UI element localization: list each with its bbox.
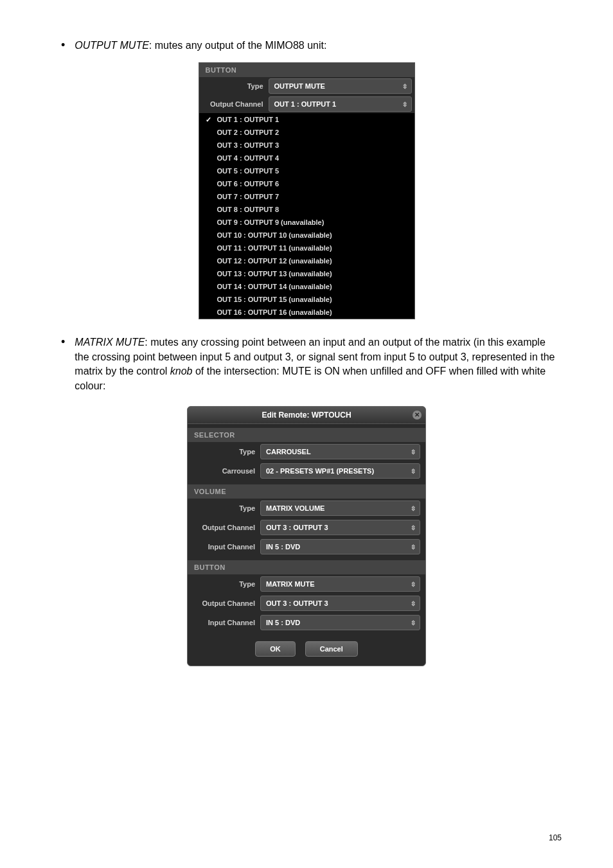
chevron-updown-icon: ⇳ <box>411 448 416 455</box>
dialog-button-row: OK Cancel <box>188 632 425 666</box>
dropdown-item[interactable]: OUT 11 : OUTPUT 11 (unavailable) <box>199 242 414 254</box>
select-value: OUT 3 : OUTPUT 3 <box>266 524 328 531</box>
select-value: MATRIX MUTE <box>266 580 315 588</box>
dropdown-item[interactable]: OUT 8 : OUTPUT 8 <box>199 203 414 216</box>
panel-button-output-mute: BUTTON Type OUTPUT MUTE ⇳ Output Channel… <box>199 62 415 319</box>
row-output-channel: Output Channel OUT 1 : OUTPUT 1 ⇳ <box>199 95 414 113</box>
row-button-outch: Output Channel OUT 3 : OUTPUT 3 ⇳ <box>188 594 425 613</box>
label-type: Type <box>188 448 260 456</box>
chevron-updown-icon: ⇳ <box>402 101 407 108</box>
row-volume-type: Type MATRIX VOLUME ⇳ <box>188 499 425 518</box>
close-icon[interactable]: ✕ <box>413 411 422 420</box>
cancel-button[interactable]: Cancel <box>305 641 358 657</box>
chevron-updown-icon: ⇳ <box>411 543 416 550</box>
chevron-updown-icon: ⇳ <box>411 504 416 511</box>
label-type: Type <box>199 82 269 90</box>
dropdown-item[interactable]: OUT 16 : OUTPUT 16 (unavailable) <box>199 306 414 319</box>
term-output-mute: OUTPUT MUTE <box>75 40 149 51</box>
desc-output-mute: : mutes any output of the MIMO88 unit: <box>149 40 327 51</box>
section-header-button: BUTTON <box>199 63 414 77</box>
chevron-updown-icon: ⇳ <box>411 524 416 531</box>
term-matrix-mute: MATRIX MUTE <box>75 337 145 348</box>
row-volume-outch: Output Channel OUT 3 : OUTPUT 3 ⇳ <box>188 518 425 537</box>
row-carrousel: Carrousel 02 - PRESETS WP#1 (PRESETS) ⇳ <box>188 461 425 481</box>
select-volume-type[interactable]: MATRIX VOLUME ⇳ <box>260 500 420 516</box>
label-output-channel: Output Channel <box>188 599 260 607</box>
chevron-updown-icon: ⇳ <box>411 619 416 626</box>
section-header-selector: SELECTOR <box>188 428 425 442</box>
bullet-dot: • <box>61 335 65 349</box>
bullet-output-mute: • OUTPUT MUTE: mutes any output of the M… <box>51 39 562 53</box>
select-value: MATRIX VOLUME <box>266 504 324 512</box>
bullet-matrix-mute: • MATRIX MUTE: mutes any crossing point … <box>51 335 562 393</box>
section-header-volume: VOLUME <box>188 484 425 499</box>
bullet-dot: • <box>61 39 65 52</box>
label-output-channel: Output Channel <box>199 100 269 108</box>
dropdown-item[interactable]: OUT 6 : OUTPUT 6 <box>199 177 414 190</box>
ok-button[interactable]: OK <box>255 641 296 657</box>
term-knob: knob <box>170 366 193 376</box>
bullet-text: OUTPUT MUTE: mutes any output of the MIM… <box>75 39 562 53</box>
dialog-title-text: Edit Remote: WPTOUCH <box>262 411 351 420</box>
select-button-type[interactable]: MATRIX MUTE ⇳ <box>260 576 420 592</box>
dropdown-item[interactable]: OUT 1 : OUTPUT 1 <box>199 113 414 126</box>
chevron-updown-icon: ⇳ <box>411 467 416 474</box>
select-value: IN 5 : DVD <box>266 543 300 551</box>
label-type: Type <box>188 504 260 512</box>
dropdown-output-channel: OUT 1 : OUTPUT 1 OUT 2 : OUTPUT 2 OUT 3 … <box>199 113 414 319</box>
dropdown-item[interactable]: OUT 4 : OUTPUT 4 <box>199 152 414 164</box>
dropdown-item[interactable]: OUT 15 : OUTPUT 15 (unavailable) <box>199 293 414 306</box>
label-carrousel: Carrousel <box>188 467 260 475</box>
dialog-edit-remote: Edit Remote: WPTOUCH ✕ SELECTOR Type CAR… <box>187 406 426 666</box>
label-output-channel: Output Channel <box>188 524 260 531</box>
select-output-channel-value: OUT 1 : OUTPUT 1 <box>274 100 337 108</box>
chevron-updown-icon: ⇳ <box>402 83 407 90</box>
row-button-inch: Input Channel IN 5 : DVD ⇳ <box>188 613 425 632</box>
select-button-output-channel[interactable]: OUT 3 : OUTPUT 3 ⇳ <box>260 596 420 611</box>
select-type-value: OUTPUT MUTE <box>274 82 325 90</box>
dropdown-item[interactable]: OUT 14 : OUTPUT 14 (unavailable) <box>199 280 414 293</box>
label-input-channel: Input Channel <box>188 543 260 551</box>
row-button-type: Type MATRIX MUTE ⇳ <box>188 574 425 594</box>
select-value: OUT 3 : OUTPUT 3 <box>266 599 328 607</box>
row-selector-type: Type CARROUSEL ⇳ <box>188 442 425 461</box>
dropdown-item[interactable]: OUT 3 : OUTPUT 3 <box>199 139 414 152</box>
select-type[interactable]: OUTPUT MUTE ⇳ <box>269 78 412 94</box>
select-volume-output-channel[interactable]: OUT 3 : OUTPUT 3 ⇳ <box>260 520 420 535</box>
dropdown-item[interactable]: OUT 9 : OUTPUT 9 (unavailable) <box>199 216 414 229</box>
row-type: Type OUTPUT MUTE ⇳ <box>199 77 414 95</box>
chevron-updown-icon: ⇳ <box>411 580 416 587</box>
dropdown-item[interactable]: OUT 5 : OUTPUT 5 <box>199 164 414 177</box>
dropdown-item[interactable]: OUT 12 : OUTPUT 12 (unavailable) <box>199 254 414 267</box>
dropdown-item[interactable]: OUT 2 : OUTPUT 2 <box>199 126 414 139</box>
section-header-button: BUTTON <box>188 560 425 574</box>
bullet-text: MATRIX MUTE: mutes any crossing point be… <box>75 335 562 393</box>
dropdown-item[interactable]: OUT 13 : OUTPUT 13 (unavailable) <box>199 267 414 280</box>
select-value: CARROUSEL <box>266 448 311 456</box>
chevron-updown-icon: ⇳ <box>411 599 416 607</box>
select-output-channel[interactable]: OUT 1 : OUTPUT 1 ⇳ <box>269 96 412 112</box>
dropdown-item[interactable]: OUT 7 : OUTPUT 7 <box>199 190 414 203</box>
select-value: 02 - PRESETS WP#1 (PRESETS) <box>266 467 374 475</box>
select-selector-type[interactable]: CARROUSEL ⇳ <box>260 444 420 459</box>
label-input-channel: Input Channel <box>188 619 260 626</box>
dialog-title: Edit Remote: WPTOUCH ✕ <box>188 407 425 424</box>
label-type: Type <box>188 580 260 588</box>
select-button-input-channel[interactable]: IN 5 : DVD ⇳ <box>260 615 420 630</box>
dropdown-item[interactable]: OUT 10 : OUTPUT 10 (unavailable) <box>199 229 414 242</box>
select-value: IN 5 : DVD <box>266 619 300 626</box>
select-carrousel[interactable]: 02 - PRESETS WP#1 (PRESETS) ⇳ <box>260 463 420 479</box>
row-volume-inch: Input Channel IN 5 : DVD ⇳ <box>188 537 425 556</box>
select-volume-input-channel[interactable]: IN 5 : DVD ⇳ <box>260 539 420 554</box>
